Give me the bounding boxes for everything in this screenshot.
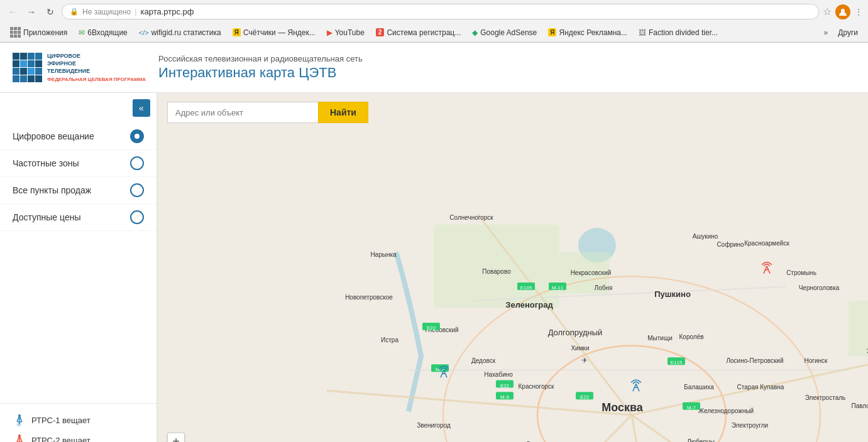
svg-text:Поварово: Поварово bbox=[482, 268, 511, 275]
sidebar-option-frequency[interactable]: Частотные зоны bbox=[0, 150, 157, 177]
svg-text:Пушкино: Пушкино bbox=[654, 289, 691, 299]
svg-text:((): (() bbox=[17, 423, 21, 426]
option-prices-label: Доступные цены bbox=[13, 212, 81, 222]
radio-frequency[interactable] bbox=[130, 156, 144, 170]
legend-rtrs2-label: РТРС-2 вещает bbox=[31, 436, 91, 443]
apps-grid-icon bbox=[10, 27, 21, 38]
svg-text:E105: E105 bbox=[520, 285, 532, 291]
svg-rect-17 bbox=[849, 301, 868, 356]
bookmark-wifigid[interactable]: </> wifigid.ru статистика bbox=[134, 26, 226, 39]
svg-text:Красноармейск: Красноармейск bbox=[744, 240, 789, 247]
bookmark-yt-label: YouTube bbox=[335, 28, 365, 37]
star-button[interactable]: ☆ bbox=[823, 6, 832, 18]
bookmark-sistema[interactable]: 2 Система регистрац... bbox=[371, 26, 466, 39]
svg-text:Ашукино: Ашукино bbox=[693, 233, 718, 240]
bookmark-ya-icon: Я bbox=[233, 28, 241, 36]
logo-container: ЦИФРОВОЕ ЭФИРНОЕ ТЕЛЕВИДЕНИЕ ФЕДЕРАЛЬНАЯ… bbox=[13, 53, 146, 82]
lock-icon: 🔒 bbox=[70, 8, 79, 16]
header-subtitle: Российская телевизионная и радиовещатель… bbox=[158, 54, 363, 63]
svg-text:Красногорск: Красногорск bbox=[519, 383, 555, 390]
svg-text:Нарынка: Нарынка bbox=[370, 251, 397, 258]
bookmarks-more[interactable]: » bbox=[820, 26, 832, 39]
svg-text:Павловский Посад: Павловский Посад bbox=[851, 402, 868, 409]
svg-text:Лосино-Петровский: Лосино-Петровский bbox=[727, 357, 784, 364]
browser-chrome: ← → ↻ 🔒 Не защищено | карта.ртрс.рф ☆ ⋮ bbox=[0, 0, 868, 43]
bookmark-ga-icon: ◆ bbox=[472, 28, 478, 37]
svg-text:E22: E22 bbox=[500, 383, 510, 389]
map-container[interactable]: СолнечногорскНарынкаПушкиноКрасноармейск… bbox=[157, 93, 868, 442]
bookmark-6v-icon: ✉ bbox=[79, 28, 85, 37]
reload-button[interactable]: ↻ bbox=[43, 4, 58, 19]
page-header: ЦИФРОВОЕ ЭФИРНОЕ ТЕЛЕВИДЕНИЕ ФЕДЕРАЛЬНАЯ… bbox=[0, 43, 868, 93]
bookmark-apps[interactable]: Приложения bbox=[5, 25, 72, 40]
sidebar-option-sales[interactable]: Все пункты продаж bbox=[0, 177, 157, 204]
bookmark-schetchiki[interactable]: Я Счётчики — Яндек... bbox=[228, 26, 321, 39]
svg-text:Мытищи: Мытищи bbox=[647, 335, 673, 342]
url-text[interactable]: карта.ртрс.рф bbox=[141, 7, 194, 16]
svg-text:Балашиха: Балашиха bbox=[684, 384, 714, 391]
svg-text:✈: ✈ bbox=[581, 356, 588, 365]
profile-button[interactable] bbox=[835, 4, 850, 19]
svg-text:Москва: Москва bbox=[602, 401, 644, 414]
svg-text:Королёв: Королёв bbox=[679, 333, 704, 340]
back-button[interactable]: ← bbox=[5, 4, 20, 19]
svg-text:M-9: M-9 bbox=[500, 394, 509, 400]
browser-toolbar: ← → ↻ 🔒 Не защищено | карта.ртрс.рф ☆ ⋮ bbox=[0, 0, 868, 23]
svg-point-11 bbox=[18, 434, 21, 437]
forward-button[interactable]: → bbox=[24, 4, 39, 19]
logo-line1: ЦИФРОВОЕ bbox=[47, 53, 146, 60]
svg-text:Зеленоград: Зеленоград bbox=[505, 300, 553, 310]
map-search-input[interactable] bbox=[167, 102, 318, 123]
svg-text:M-7: M-7 bbox=[687, 405, 696, 411]
map-zoom-plus[interactable]: + bbox=[167, 433, 185, 442]
logo-subtitle: ФЕДЕРАЛЬНАЯ ЦЕЛЕВАЯ ПРОГРАММА bbox=[47, 77, 146, 82]
radio-digital[interactable] bbox=[130, 129, 144, 143]
collapse-icon: « bbox=[139, 103, 144, 113]
legend-rtrs1-label: РТРС-1 вещает bbox=[31, 416, 91, 425]
sidebar-collapse-area: « bbox=[0, 99, 157, 123]
svg-text:Лобня: Лобня bbox=[595, 284, 613, 291]
bookmark-yr-icon: Я bbox=[548, 28, 556, 36]
bookmark-ya-label: Счётчики — Яндек... bbox=[243, 28, 316, 37]
svg-text:E22: E22 bbox=[580, 394, 590, 400]
bookmark-adsense[interactable]: ◆ Google AdSense bbox=[467, 26, 542, 39]
svg-text:Звенигород: Звенигород bbox=[417, 422, 451, 429]
radio-sales[interactable] bbox=[130, 183, 144, 197]
bookmark-yandex-reklama[interactable]: Я Яндекс Рекламна... bbox=[543, 26, 632, 39]
bookmarks-bar: Приложения ✉ 6Входящие </> wifigid.ru ст… bbox=[0, 23, 868, 42]
bookmark-youtube[interactable]: ▶ YouTube bbox=[322, 26, 370, 39]
bookmark-wifi-label: wifigid.ru статистика bbox=[151, 28, 221, 37]
bookmark-wifi-icon: </> bbox=[139, 29, 149, 36]
svg-text:M-11: M-11 bbox=[552, 285, 564, 291]
header-title: Интерактивная карта ЦЭТВ bbox=[158, 65, 363, 81]
radio-prices[interactable] bbox=[130, 210, 144, 224]
option-sales-label: Все пункты продаж bbox=[13, 185, 91, 195]
logo-line2: ЭФИРНОЕ bbox=[47, 60, 146, 68]
legend-rtrs1-icon: (() bbox=[13, 413, 26, 427]
svg-text:Нахабино: Нахабино bbox=[484, 371, 513, 378]
sidebar-option-digital[interactable]: Цифровое вещание bbox=[0, 123, 157, 150]
collapse-button[interactable]: « bbox=[133, 99, 150, 117]
map-background: СолнечногорскНарынкаПушкиноКрасноармейск… bbox=[157, 93, 868, 442]
svg-text:E115: E115 bbox=[671, 360, 683, 365]
svg-text:Некрасовский: Некрасовский bbox=[571, 269, 612, 276]
bookmark-f-label: Faction divided tier... bbox=[649, 28, 718, 37]
bookmark-faction[interactable]: 🖼 Faction divided tier... bbox=[634, 26, 723, 39]
svg-text:Долгопрудный: Долгопрудный bbox=[548, 328, 603, 337]
svg-text:Электросталь: Электросталь bbox=[805, 394, 846, 401]
bookmark-6vkhodyashchie[interactable]: ✉ 6Входящие bbox=[74, 26, 133, 39]
svg-text:Новопетровское: Новопетровское bbox=[345, 294, 393, 301]
bookmark-2-icon: 2 bbox=[376, 28, 385, 36]
bookmarks-other-label: Други bbox=[838, 28, 858, 37]
bookmarks-more-label: » bbox=[824, 28, 828, 37]
logo-text: ЦИФРОВОЕ ЭФИРНОЕ ТЕЛЕВИДЕНИЕ ФЕДЕРАЛЬНАЯ… bbox=[47, 53, 146, 82]
extensions-button[interactable]: ⋮ bbox=[854, 7, 863, 17]
svg-text:Черноголовка: Черноголовка bbox=[799, 284, 840, 291]
bookmarks-other[interactable]: Други bbox=[833, 26, 863, 39]
svg-text:Солнечногорск: Солнечногорск bbox=[449, 214, 493, 221]
logo-area: ЦИФРОВОЕ ЭФИРНОЕ ТЕЛЕВИДЕНИЕ ФЕДЕРАЛЬНАЯ… bbox=[13, 53, 146, 82]
sidebar-option-prices[interactable]: Доступные цены bbox=[0, 204, 157, 231]
logo-squares bbox=[13, 53, 42, 82]
legend-rtrs2-icon: (() bbox=[13, 433, 26, 442]
map-search-button[interactable]: Найти bbox=[318, 102, 368, 123]
